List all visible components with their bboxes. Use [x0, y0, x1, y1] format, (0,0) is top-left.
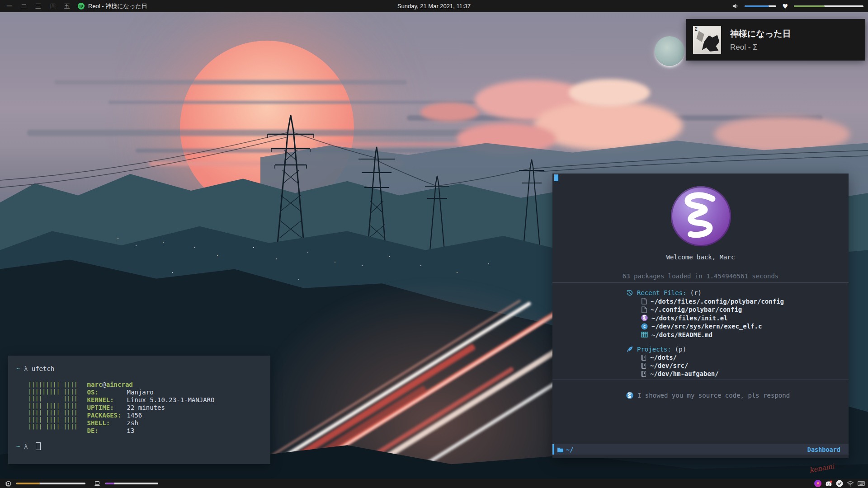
book-icon: [641, 362, 646, 369]
project-item[interactable]: ~/dev/src/: [626, 361, 849, 370]
file-icon: [641, 306, 647, 313]
system-tray: [814, 480, 868, 487]
table-icon: [641, 332, 648, 338]
flame-icon[interactable]: [814, 480, 821, 487]
laptop-icon: [94, 480, 101, 487]
notification-title: 神様になった日: [730, 28, 791, 40]
ufetch-output: ||||||||| |||| ||||||||| |||| |||| |||| …: [16, 381, 262, 435]
moon: [655, 36, 684, 66]
rocket-icon: [626, 346, 633, 353]
notification-text: 神様になった日 Reol - Σ: [730, 28, 791, 52]
terminal-command-line: ~ λ ufetch: [16, 365, 262, 373]
welcome-message: Welcome back, Marc: [552, 253, 849, 261]
recent-file-item[interactable]: ~/dots/files/.config/polybar/config: [626, 297, 849, 306]
love-slider[interactable]: [794, 5, 863, 7]
check-icon[interactable]: [836, 480, 843, 487]
discord-icon[interactable]: [825, 480, 832, 487]
album-art: Σ: [693, 26, 721, 54]
terminal-window[interactable]: ~ λ ufetch ||||||||| |||| ||||||||| ||||…: [8, 356, 270, 464]
terminal-prompt[interactable]: ~ λ: [16, 442, 41, 450]
c-lang-icon: C: [641, 323, 648, 330]
recent-file-item[interactable]: C ~/dev/src/sys/kern/exec_elf.c: [626, 322, 849, 331]
bottombar-meters: [0, 480, 158, 487]
volume-slider[interactable]: [745, 5, 776, 7]
cpu-icon: [5, 480, 12, 487]
info-row: KERNEL:Linux 5.10.23-1-MANJARO: [87, 396, 215, 404]
info-row: DE:i3: [87, 427, 215, 435]
book-icon: [641, 371, 646, 377]
album-sigma-badge: Σ: [694, 26, 698, 32]
folder-icon: [557, 447, 564, 452]
project-item[interactable]: ~/dots/: [626, 353, 849, 361]
wifi-icon[interactable]: [847, 480, 854, 487]
recent-file-item[interactable]: ~/.config/polybar/config: [626, 305, 849, 314]
recent-files-section: Recent Files: (r) ~/dots/files/.config/p…: [552, 289, 849, 339]
system-info: marc@aincrad OS:Manjaro KERNEL:Linux 5.1…: [87, 381, 215, 435]
emacs-footer-icon: [626, 392, 633, 399]
info-row: UPTIME:22 minutes: [87, 404, 215, 412]
history-icon: [626, 289, 633, 296]
svg-text:C: C: [643, 324, 646, 329]
modeline-accent-bar: [552, 444, 554, 455]
recent-file-item[interactable]: ~/dots/files/init.el: [626, 314, 849, 323]
emacs-window[interactable]: Welcome back, Marc 63 packages loaded in…: [552, 174, 849, 458]
recent-files-header: Recent Files: (r): [626, 289, 849, 297]
user-host: marc@aincrad: [87, 381, 215, 389]
backlight-slider[interactable]: [105, 483, 158, 484]
emacs-file-icon: [641, 314, 648, 321]
emacs-modeline: ~/ Dashboard: [552, 444, 849, 455]
manjaro-ascii-logo: ||||||||| |||| ||||||||| |||| |||| |||| …: [28, 381, 78, 435]
footer-quote: I showed you my source code, pls respond: [637, 392, 790, 399]
keyboard-icon[interactable]: [858, 480, 865, 487]
terminal-cursor: [36, 442, 41, 450]
modeline-path: ~/: [566, 446, 573, 453]
info-row: PACKAGES:1456: [87, 412, 215, 419]
notification-artist: Reol - Σ: [730, 43, 791, 52]
cpu-slider[interactable]: [16, 483, 85, 484]
projects-header: Projects: (p): [626, 345, 849, 353]
emacs-logo: [671, 186, 731, 246]
music-notification[interactable]: Σ 神様になった日 Reol - Σ: [686, 19, 865, 61]
file-icon: [641, 298, 647, 305]
tail-lights: [0, 12, 1, 14]
projects-section: Projects: (p) ~/dots/ ~/dev/src/ ~/dev/h…: [552, 345, 849, 378]
emacs-cursor: [554, 174, 558, 181]
book-icon: [641, 354, 646, 361]
top-polybar: 一 二 三 四 五 Reol - 神様になった日 Sunday, 21 Mar …: [0, 0, 868, 12]
load-info: 63 packages loaded in 1.454946561 second…: [552, 272, 849, 280]
modeline-mode: Dashboard: [807, 446, 849, 453]
project-item[interactable]: ~/dev/hm-aufgaben/: [626, 370, 849, 378]
separator: [552, 380, 849, 380]
info-row: SHELL:zsh: [87, 419, 215, 427]
separator: [552, 282, 849, 283]
recent-file-item[interactable]: ~/dots/README.md: [626, 331, 849, 339]
info-row: OS:Manjaro: [87, 389, 215, 396]
clock: Sunday, 21 Mar 2021, 11:37: [0, 3, 868, 9]
bottom-polybar: [0, 479, 868, 488]
dashboard-footer: I showed you my source code, pls respond: [552, 392, 849, 399]
